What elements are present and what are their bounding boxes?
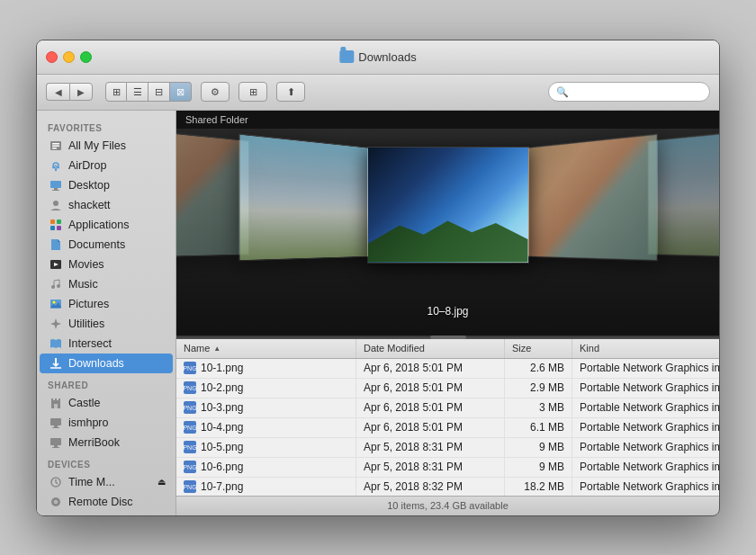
maximize-button[interactable] xyxy=(80,51,92,63)
sidebar-item-movies[interactable]: Movies xyxy=(40,255,173,274)
file-size-cell: 3 MB xyxy=(505,398,572,417)
sidebar-item-intersect[interactable]: Intersect xyxy=(40,334,173,354)
devices-section-title: DEVICES xyxy=(37,452,176,472)
nav-buttons: ◀ ▶ xyxy=(46,83,93,101)
column-header-date[interactable]: Date Modified xyxy=(356,339,505,358)
svg-rect-8 xyxy=(52,190,59,191)
column-header-kind[interactable]: Kind xyxy=(572,339,719,358)
table-row[interactable]: PNG 10-7.png Apr 5, 2018 8:32 PM 18.2 MB… xyxy=(176,478,719,496)
file-list: Name ▲ Date Modified Size Kind PNG 10-1.… xyxy=(176,339,719,496)
svg-point-16 xyxy=(51,285,55,289)
status-bar: 10 items, 23.4 GB available xyxy=(176,496,719,515)
sidebar-item-downloads[interactable]: Downloads xyxy=(40,354,173,373)
view-icon-button[interactable]: ⊞ xyxy=(105,82,127,102)
shackett-icon xyxy=(49,198,63,212)
svg-rect-2 xyxy=(52,145,59,147)
utilities-icon xyxy=(49,317,63,331)
svg-rect-7 xyxy=(54,188,58,190)
file-kind-cell: Portable Network Graphics image xyxy=(572,359,719,378)
png-icon: PNG xyxy=(184,461,196,473)
search-input[interactable] xyxy=(572,85,702,98)
cover-left2[interactable] xyxy=(176,129,248,259)
eject-icon[interactable]: ⏏ xyxy=(158,477,166,487)
svg-rect-10 xyxy=(50,219,55,224)
sidebar-item-music[interactable]: Music xyxy=(40,274,173,294)
table-row[interactable]: PNG 10-2.png Apr 6, 2018 5:01 PM 2.9 MB … xyxy=(176,379,719,398)
finder-window: Downloads ◀ ▶ ⊞ ☰ ⊟ ⊠ ⚙ ⊞ ⬆ 🔍 FAVORITES xyxy=(36,40,720,516)
traffic-lights xyxy=(46,51,92,63)
file-size-cell: 18.2 MB xyxy=(505,478,572,496)
sidebar-item-remote-disc[interactable]: Remote Disc xyxy=(40,492,173,512)
svg-rect-11 xyxy=(57,219,61,224)
svg-rect-28 xyxy=(50,438,61,445)
svg-rect-13 xyxy=(57,226,61,230)
action-button[interactable]: ⚙ xyxy=(201,82,230,102)
main-content: FAVORITES All My Files AirDrop Desktop xyxy=(37,111,719,515)
column-header-name[interactable]: Name ▲ xyxy=(176,339,356,358)
svg-rect-26 xyxy=(54,425,58,427)
movies-icon xyxy=(49,257,63,272)
png-icon: PNG xyxy=(184,480,196,493)
cover-main[interactable] xyxy=(367,147,529,264)
sidebar-item-utilities[interactable]: Utilities xyxy=(40,314,173,334)
back-button[interactable]: ◀ xyxy=(46,83,69,101)
svg-rect-29 xyxy=(54,445,58,447)
arrange-button[interactable]: ⊞ xyxy=(238,82,267,102)
sidebar-item-shackett[interactable]: shackett xyxy=(40,195,173,215)
table-row[interactable]: PNG 10-3.png Apr 6, 2018 5:01 PM 3 MB Po… xyxy=(176,398,719,418)
sidebar-item-time-machine[interactable]: Time M... ⏏ xyxy=(40,472,173,492)
sidebar-item-airdrop[interactable]: AirDrop xyxy=(40,156,173,175)
sidebar-item-all-my-files[interactable]: All My Files xyxy=(40,136,173,156)
file-name-cell: PNG 10-4.png xyxy=(176,418,356,437)
search-box[interactable]: 🔍 xyxy=(548,82,710,102)
file-date-cell: Apr 5, 2018 8:31 PM xyxy=(356,458,505,477)
castle-icon xyxy=(49,396,63,410)
svg-rect-30 xyxy=(52,447,59,448)
close-button[interactable] xyxy=(46,51,58,63)
file-name-cell: PNG 10-5.png xyxy=(176,438,356,457)
svg-rect-22 xyxy=(55,398,57,401)
view-list-button[interactable]: ☰ xyxy=(127,82,148,102)
file-list-header: Name ▲ Date Modified Size Kind xyxy=(176,339,719,359)
share-button[interactable]: ⬆ xyxy=(276,82,305,102)
table-row[interactable]: PNG 10-4.png Apr 6, 2018 5:01 PM 6.1 MB … xyxy=(176,418,719,438)
png-icon: PNG xyxy=(184,441,196,453)
sidebar-item-castle[interactable]: Castle xyxy=(40,393,173,413)
png-icon: PNG xyxy=(184,421,196,434)
search-icon: 🔍 xyxy=(556,86,569,98)
column-header-size[interactable]: Size xyxy=(505,339,572,358)
file-name-cell: PNG 10-6.png xyxy=(176,458,356,477)
sort-arrow: ▲ xyxy=(213,345,220,353)
file-kind-cell: Portable Network Graphics image xyxy=(572,379,719,398)
coverflow-canvas[interactable]: 10–8.jpg xyxy=(176,129,719,336)
png-icon: PNG xyxy=(184,401,196,414)
sidebar-item-applications[interactable]: Applications xyxy=(40,215,173,235)
file-kind-cell: Portable Network Graphics image xyxy=(572,438,719,457)
table-row[interactable]: PNG 10-6.png Apr 5, 2018 8:31 PM 9 MB Po… xyxy=(176,458,719,478)
table-row[interactable]: PNG 10-5.png Apr 5, 2018 8:31 PM 9 MB Po… xyxy=(176,438,719,458)
file-date-cell: Apr 6, 2018 5:01 PM xyxy=(356,379,505,398)
file-size-cell: 2.9 MB xyxy=(505,379,572,398)
view-coverflow-button[interactable]: ⊠ xyxy=(170,82,192,102)
png-icon: PNG xyxy=(184,362,196,374)
file-name-cell: PNG 10-3.png xyxy=(176,398,356,417)
all-my-files-icon xyxy=(49,139,63,153)
forward-button[interactable]: ▶ xyxy=(69,83,93,101)
svg-point-9 xyxy=(53,201,58,206)
desktop-icon xyxy=(49,178,63,192)
cover-right1[interactable] xyxy=(521,133,657,261)
sidebar-item-merribook[interactable]: MerriBook xyxy=(40,433,173,452)
sidebar-item-pictures[interactable]: Pictures xyxy=(40,294,173,314)
sidebar-item-documents[interactable]: Documents xyxy=(40,235,173,255)
cover-left1[interactable] xyxy=(238,133,374,261)
file-name-cell: PNG 10-7.png xyxy=(176,478,356,496)
svg-rect-12 xyxy=(50,226,55,230)
minimize-button[interactable] xyxy=(63,51,75,63)
view-column-button[interactable]: ⊟ xyxy=(148,82,170,102)
sidebar-item-desktop[interactable]: Desktop xyxy=(40,175,173,195)
applications-icon xyxy=(49,218,63,232)
table-row[interactable]: PNG 10-1.png Apr 6, 2018 5:01 PM 2.6 MB … xyxy=(176,359,719,379)
file-date-cell: Apr 6, 2018 5:01 PM xyxy=(356,359,505,378)
favorites-section-title: FAVORITES xyxy=(37,116,176,136)
sidebar-item-ismhpro[interactable]: ismhpro xyxy=(40,413,173,433)
